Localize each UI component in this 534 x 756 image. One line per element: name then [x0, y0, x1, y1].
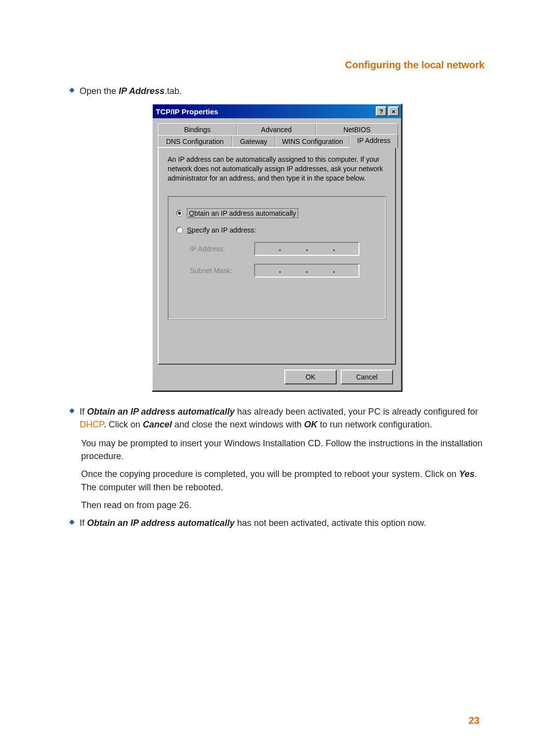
tcpip-dialog: TCP/IP Properties ? × Bindings Advanced …	[152, 103, 402, 391]
bold-text: Obtain an IP address automatically	[87, 407, 234, 417]
radio-obtain-label: Obtain an IP address automatically	[187, 208, 298, 218]
tab-bindings[interactable]: Bindings	[158, 123, 237, 136]
ip-address-input: . . .	[254, 242, 359, 256]
radio-specify[interactable]: Specify an IP address:	[176, 226, 378, 234]
close-button[interactable]: ×	[388, 106, 399, 116]
radio-group: Obtain an IP address automatically Speci…	[168, 196, 386, 320]
para5-text: If Obtain an IP address automatically ha…	[80, 517, 426, 529]
para4-text: Then read on from page 26.	[81, 499, 485, 512]
tab-wins-configuration[interactable]: WINS Configuration	[275, 135, 350, 147]
cancel-button[interactable]: Cancel	[341, 370, 393, 384]
txt: has not been activated, activate this op…	[234, 518, 426, 528]
bold-text: OK	[304, 420, 317, 429]
tab-gateway[interactable]: Gateway	[232, 135, 275, 147]
txt: Once the copying procedure is completed,…	[81, 469, 459, 479]
txt: and close the next windows with	[172, 420, 304, 429]
txt: .tab.	[165, 86, 182, 96]
radio-specify-label: Specify an IP address:	[187, 226, 256, 234]
intro-text: Open the IP Address.tab.	[80, 85, 182, 97]
tab-strip: Bindings Advanced NetBIOS DNS Configurat…	[158, 123, 396, 148]
tab-panel: An IP address can be automatically assig…	[158, 147, 396, 365]
para1-text: If Obtain an IP address automatically ha…	[80, 405, 485, 431]
bullet-icon: ◆	[69, 86, 75, 94]
ok-button[interactable]: OK	[284, 370, 337, 384]
txt: If	[80, 518, 87, 528]
txt: to run network configuration.	[317, 420, 432, 429]
bold-text: Yes	[459, 469, 474, 479]
bold-text: Cancel	[143, 420, 172, 429]
txt: has already been activated, your PC is a…	[234, 407, 478, 417]
ip-address-label: IP Address	[119, 86, 165, 96]
para3-text: Once the copying procedure is completed,…	[81, 468, 485, 493]
tab-dns-configuration[interactable]: DNS Configuration	[158, 135, 232, 147]
subnet-mask-input: . . .	[254, 264, 359, 278]
tab-ip-address[interactable]: IP Address	[350, 134, 398, 148]
radio-icon	[176, 227, 183, 234]
radio-obtain[interactable]: Obtain an IP address automatically	[176, 208, 378, 218]
bold-text: Obtain an IP address automatically	[87, 518, 234, 528]
help-button[interactable]: ?	[376, 106, 387, 116]
bullet-icon: ◆	[69, 518, 75, 525]
dialog-title: TCP/IP Properties	[156, 107, 218, 116]
txt: If	[80, 407, 87, 417]
para2-text: You may be prompted to insert your Windo…	[81, 437, 485, 463]
txt: Open the	[80, 86, 119, 96]
tab-advanced[interactable]: Advanced	[237, 123, 316, 136]
bullet-icon: ◆	[69, 406, 75, 414]
panel-description: An IP address can be automatically assig…	[168, 155, 386, 183]
dialog-titlebar: TCP/IP Properties ? ×	[153, 104, 401, 118]
page-header: Configuring the local network	[69, 59, 485, 71]
dhcp-link: DHCP	[80, 420, 104, 429]
radio-icon	[176, 210, 183, 217]
txt: . Click on	[104, 420, 143, 429]
ip-address-label: IP Address:	[190, 245, 254, 253]
page-number: 23	[469, 715, 480, 726]
subnet-mask-label: Subnet Mask:	[190, 267, 254, 275]
